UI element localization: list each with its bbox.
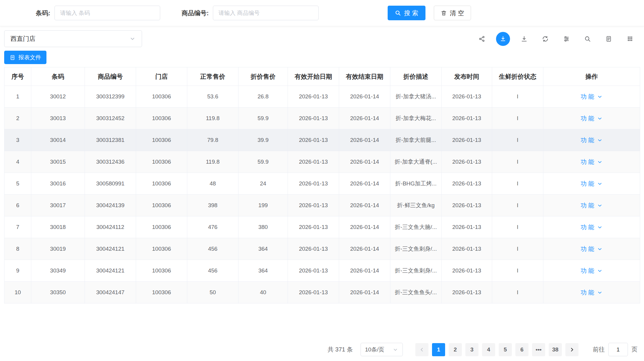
more-pages-button[interactable]: ••• — [532, 343, 545, 356]
cell-start_date: 2026-01-13 — [288, 151, 339, 173]
cell-publish_time: 2026-01-13 — [442, 129, 492, 151]
cell-barcode: 30012 — [31, 86, 85, 108]
product-code-input[interactable] — [213, 6, 319, 20]
action-dropdown[interactable]: 功 能 — [581, 114, 603, 123]
action-dropdown[interactable]: 功 能 — [581, 180, 603, 188]
cell-start_date: 2026-01-13 — [288, 260, 339, 282]
cell-barcode: 30015 — [31, 151, 85, 173]
chevron-down-icon — [597, 181, 603, 187]
store-select-value: 西直门店 — [10, 35, 35, 43]
cell-action: 功 能 — [543, 260, 640, 282]
export-icon[interactable] — [517, 32, 531, 46]
page-size-select[interactable]: 10条/页 — [361, 343, 403, 356]
action-dropdown[interactable]: 功 能 — [581, 158, 603, 166]
cell-start_date: 2026-01-13 — [288, 108, 339, 129]
page-button[interactable]: 5 — [499, 343, 512, 356]
prev-page-button[interactable] — [415, 343, 428, 356]
cell-index: 8 — [4, 238, 31, 260]
cell-store: 100306 — [136, 238, 187, 260]
page-button[interactable]: 1 — [432, 343, 445, 356]
cell-action: 功 能 — [543, 173, 640, 195]
cell-status: I — [492, 173, 543, 195]
page-button[interactable]: 6 — [515, 343, 528, 356]
report-file-button[interactable]: 报表文件 — [4, 51, 46, 64]
cell-status: I — [492, 129, 543, 151]
action-dropdown[interactable]: 功 能 — [581, 245, 603, 253]
cell-end_date: 2026-01-14 — [339, 238, 390, 260]
chevron-down-icon — [597, 159, 603, 165]
cell-discount_price: 24 — [238, 173, 288, 195]
cell-action: 功 能 — [543, 195, 640, 216]
filter-icon[interactable] — [559, 32, 573, 46]
cell-description: 折-三文鱼鱼头/... — [390, 282, 442, 303]
cell-product_code: 300580991 — [85, 173, 136, 195]
cell-barcode: 30017 — [31, 195, 85, 216]
cell-product_code: 300424147 — [85, 282, 136, 303]
share-icon[interactable] — [475, 32, 489, 46]
page-button[interactable]: 3 — [465, 343, 478, 356]
column-header: 有效开始日期 — [288, 67, 339, 86]
next-page-button[interactable] — [565, 343, 578, 356]
search-button[interactable]: 搜 索 — [388, 6, 425, 20]
cell-status: I — [492, 260, 543, 282]
chevron-down-icon — [597, 290, 603, 295]
goto-suffix: 页 — [631, 345, 637, 354]
store-select[interactable]: 西直门店 — [4, 30, 142, 47]
action-label: 功 能 — [581, 267, 594, 275]
table-row: 13001230031239910030653.626.82026-01-132… — [4, 86, 640, 108]
barcode-input[interactable] — [54, 6, 160, 20]
cell-store: 100306 — [136, 216, 187, 238]
cell-start_date: 2026-01-13 — [288, 129, 339, 151]
cell-start_date: 2026-01-13 — [288, 216, 339, 238]
cell-normal_price: 476 — [187, 216, 238, 238]
table-tools — [475, 32, 637, 46]
cell-index: 7 — [4, 216, 31, 238]
action-dropdown[interactable]: 功 能 — [581, 202, 603, 210]
cell-status: I — [492, 151, 543, 173]
cell-description: 折-三文鱼大腩/... — [390, 216, 442, 238]
cell-product_code: 300312452 — [85, 108, 136, 129]
table-row: 7300183004241121003064763802026-01-13202… — [4, 216, 640, 238]
cell-barcode: 30016 — [31, 173, 85, 195]
toolbar: 西直门店 — [0, 26, 644, 47]
document-icon — [10, 55, 15, 61]
cell-discount_price: 39.9 — [238, 129, 288, 151]
total-count: 共 371 条 — [328, 345, 353, 354]
cell-barcode: 30018 — [31, 216, 85, 238]
table-row: 33001430031238110030679.839.92026-01-132… — [4, 129, 640, 151]
page-button[interactable]: 38 — [549, 343, 562, 356]
action-dropdown[interactable]: 功 能 — [581, 289, 603, 297]
page-button[interactable]: 4 — [482, 343, 495, 356]
goto-page-input[interactable] — [608, 343, 628, 356]
cell-barcode: 30013 — [31, 108, 85, 129]
page-button[interactable]: 2 — [449, 343, 462, 356]
cell-index: 4 — [4, 151, 31, 173]
pager: 123456•••38 — [415, 343, 578, 356]
cell-index: 6 — [4, 195, 31, 216]
report-icon[interactable] — [602, 32, 616, 46]
table-row: 230013300312452100306119.859.92026-01-13… — [4, 108, 640, 129]
cell-publish_time: 2026-01-13 — [442, 260, 492, 282]
action-dropdown[interactable]: 功 能 — [581, 93, 603, 101]
cell-index: 3 — [4, 129, 31, 151]
cell-normal_price: 79.8 — [187, 129, 238, 151]
chevron-down-icon — [597, 94, 603, 100]
clear-button-label: 清 空 — [450, 9, 464, 17]
table-body: 13001230031239910030653.626.82026-01-132… — [4, 86, 640, 303]
cell-product_code: 300312381 — [85, 129, 136, 151]
table-row: 430015300312436100306119.859.92026-01-13… — [4, 151, 640, 173]
action-dropdown[interactable]: 功 能 — [581, 267, 603, 275]
cell-normal_price: 456 — [187, 260, 238, 282]
grid-icon[interactable] — [623, 32, 637, 46]
cell-discount_price: 364 — [238, 260, 288, 282]
cell-end_date: 2026-01-14 — [339, 282, 390, 303]
cell-discount_price: 26.8 — [238, 86, 288, 108]
download-icon[interactable] — [496, 32, 510, 46]
action-dropdown[interactable]: 功 能 — [581, 223, 603, 231]
cell-index: 2 — [4, 108, 31, 129]
clear-button[interactable]: 清 空 — [434, 6, 471, 20]
action-dropdown[interactable]: 功 能 — [581, 136, 603, 144]
refresh-icon[interactable] — [538, 32, 552, 46]
action-label: 功 能 — [581, 93, 594, 101]
zoom-icon[interactable] — [581, 32, 595, 46]
